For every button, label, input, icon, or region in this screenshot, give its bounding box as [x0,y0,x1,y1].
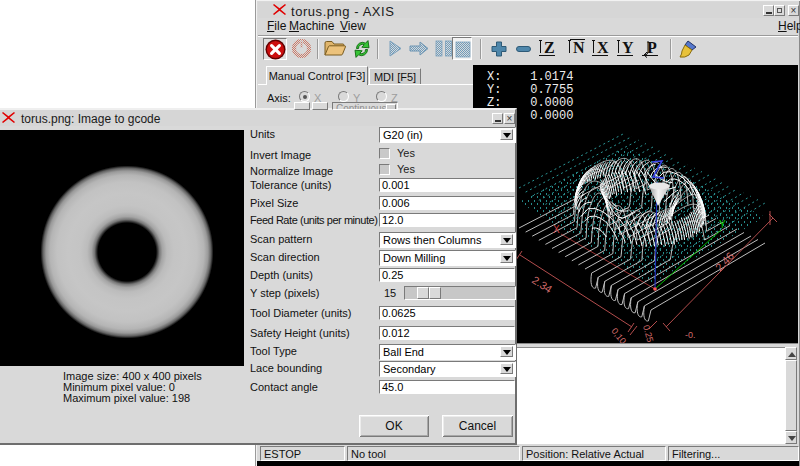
svg-text:0,10: 0,10 [609,326,628,343]
svg-text:-0.: -0. [685,330,696,340]
svg-text:2.34: 2.34 [530,274,555,296]
svg-text:2.46: 2.46 [713,250,737,274]
svg-text:Y: Y [719,219,726,230]
svg-text:0.25: 0.25 [641,324,655,343]
svg-text:X: X [553,224,560,235]
